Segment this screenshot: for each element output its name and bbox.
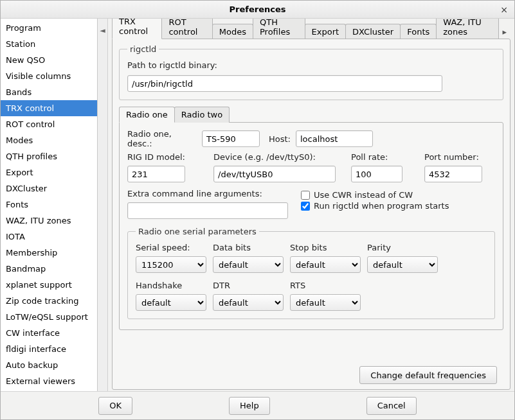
sidebar-item[interactable]: Fonts [1,197,97,213]
trx-control-panel: rigctld Path to rigctld binary: Radio on… [112,39,510,390]
tab[interactable]: Fonts [400,24,437,39]
handshake-label: Handshake [136,281,206,290]
sidebar-item[interactable]: ROT control [1,116,97,132]
sidebar-item[interactable]: Zip code tracking [1,293,97,309]
cwr-label: Use CWR instead of CW [314,190,413,200]
rts-label: RTS [290,281,361,290]
tab[interactable]: DXCluster [345,24,401,39]
sidebar-item[interactable]: Bands [1,84,97,100]
chevron-left-icon: ◄ [100,26,105,35]
device-label: Device (e.g. /dev/ttyS0): [213,152,342,162]
sidebar-item[interactable]: Modes [1,132,97,148]
help-button[interactable]: Help [229,397,270,415]
parity-label: Parity [367,243,438,252]
poll-label: Poll rate: [351,152,415,162]
dtr-select[interactable]: default [213,294,284,311]
serial-speed-label: Serial speed: [136,243,206,252]
tab[interactable]: ROT control [161,19,212,39]
titlebar: Preferences × [1,1,514,19]
poll-input[interactable] [351,166,402,182]
sidebar-item[interactable]: WAZ, ITU zones [1,213,97,229]
change-frequencies-button[interactable]: Change default frequencies [359,366,497,384]
tab[interactable]: QTH Profiles [253,19,305,39]
device-input[interactable] [213,166,336,182]
window-body: ProgramStationNew QSOVisible columnsBand… [1,19,514,391]
chevron-right-icon[interactable]: ▸ [498,24,510,39]
port-input[interactable] [424,166,482,182]
footer: OK Help Cancel [1,391,514,419]
sidebar-item[interactable]: New QSO [1,52,97,68]
cancel-button[interactable]: Cancel [366,397,417,415]
sidebar-item[interactable]: fldigi interface [1,341,97,357]
host-label: Host: [269,134,291,144]
sidebar-item[interactable]: TRX control [1,100,97,116]
tab-row: TRX controlROT controlModesQTH ProfilesE… [112,21,510,39]
run-rigctld-label: Run rigctld when program starts [314,201,449,211]
rigctld-group: rigctld Path to rigctld binary: [119,44,503,100]
extra-args-input[interactable] [127,202,288,219]
sidebar-item[interactable]: Membership [1,245,97,261]
radio-desc-input[interactable] [202,130,260,147]
radio-one-panel: Radio one, desc.: Host: RIG ID model: De… [119,122,503,330]
databits-select[interactable]: default [213,256,284,273]
preferences-window: Preferences × ProgramStationNew QSOVisib… [0,0,515,420]
rts-select[interactable]: default [290,294,361,311]
sidebar: ProgramStationNew QSOVisible columnsBand… [1,19,98,391]
rig-id-label: RIG ID model: [127,152,204,162]
ok-button[interactable]: OK [98,397,132,415]
window-title: Preferences [230,4,286,14]
stopbits-label: Stop bits [290,243,361,252]
databits-label: Data bits [213,243,284,252]
sidebar-item[interactable]: CW interface [1,325,97,341]
tab[interactable]: WAZ, ITU zones [436,19,499,39]
sidebar-item[interactable]: Auto backup [1,357,97,373]
radio-desc-label: Radio one, desc.: [127,129,197,148]
port-label: Port number: [424,152,495,162]
rigctld-legend: rigctld [127,44,159,54]
tab[interactable]: Modes [212,24,253,39]
sidebar-item[interactable]: QTH profiles [1,148,97,164]
close-icon[interactable]: × [500,4,508,15]
cwr-checkbox[interactable] [301,191,310,200]
sidebar-item[interactable]: Program [1,20,97,36]
tab[interactable]: TRX control [112,19,162,39]
serial-group: Radio one serial parameters Serial speed… [127,227,495,319]
tab-scroll-left[interactable]: ◄ [98,19,108,391]
sidebar-item[interactable]: Bandmap [1,261,97,277]
run-rigctld-checkbox[interactable] [301,202,310,211]
stopbits-select[interactable]: default [290,256,361,273]
radio-tab[interactable]: Radio two [174,107,230,123]
sidebar-item[interactable]: Export [1,164,97,180]
rigctld-path-label: Path to rigctld binary: [127,60,217,70]
dtr-label: DTR [213,281,284,290]
sidebar-item[interactable]: Station [1,36,97,52]
rig-id-input[interactable] [127,166,185,182]
main-panel: TRX controlROT controlModesQTH ProfilesE… [108,19,514,391]
sidebar-item[interactable]: DXCluster [1,180,97,197]
serial-legend: Radio one serial parameters [136,227,259,236]
extra-args-label: Extra command line arguments: [127,189,262,198]
tab[interactable]: Export [305,24,347,39]
parity-select[interactable]: default [367,256,438,273]
sidebar-item[interactable]: xplanet support [1,277,97,293]
handshake-select[interactable]: default [136,294,206,311]
sidebar-item[interactable]: Visible columns [1,68,97,84]
sidebar-item[interactable]: LoTW/eQSL support [1,309,97,325]
host-input[interactable] [296,130,373,147]
radio-tabs: Radio oneRadio two [119,107,503,123]
sidebar-item[interactable]: External viewers [1,373,97,389]
radio-tab[interactable]: Radio one [119,107,175,123]
serial-speed-select[interactable]: 115200 [136,256,206,273]
rigctld-path-input[interactable] [127,75,442,92]
sidebar-item[interactable]: IOTA [1,229,97,245]
